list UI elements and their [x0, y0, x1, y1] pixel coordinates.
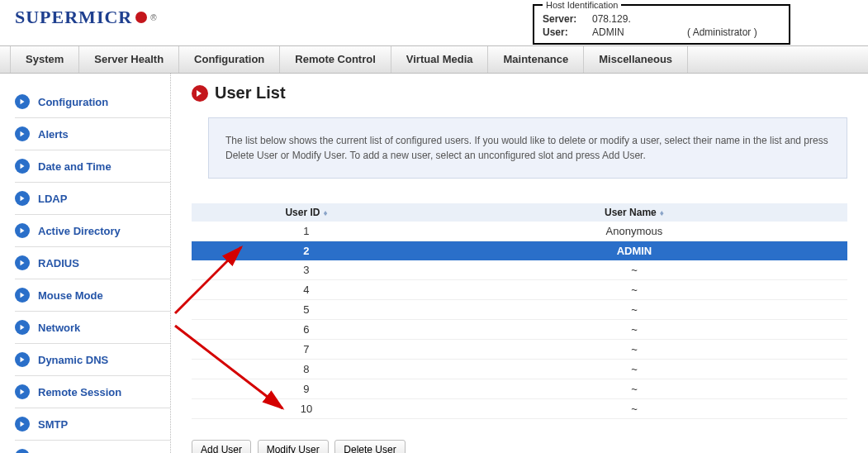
table-row[interactable]: 3~ — [192, 260, 847, 280]
sidebar-item-label: Mouse Mode — [38, 289, 103, 302]
nav-tab-configuration[interactable]: Configuration — [179, 46, 280, 73]
table-row[interactable]: 9~ — [192, 379, 847, 399]
brand-text: SUPERMICR — [15, 7, 132, 28]
sidebar: ConfigurationAlertsDate and TimeLDAPActi… — [0, 74, 171, 453]
sidebar-item-mouse-mode[interactable]: Mouse Mode — [15, 279, 170, 312]
arrow-right-icon — [15, 255, 30, 270]
page-title: User List — [215, 83, 286, 103]
host-server-value: 078.129. — [592, 13, 687, 25]
brand-dot-icon — [135, 12, 147, 23]
cell-user-name: ADMIN — [421, 241, 847, 261]
cell-user-id: 1 — [192, 222, 421, 241]
add-user-button[interactable]: Add User — [192, 440, 251, 453]
sidebar-item-alerts[interactable]: Alerts — [15, 118, 170, 150]
page-title-arrow-icon — [192, 85, 208, 102]
nav-tab-server-health[interactable]: Server Health — [79, 46, 179, 73]
host-server-label: Server: — [543, 13, 592, 25]
cell-user-id: 10 — [192, 399, 421, 419]
arrow-right-icon — [15, 94, 30, 109]
cell-user-id: 8 — [192, 360, 421, 379]
sidebar-item-configuration[interactable]: Configuration — [15, 86, 170, 118]
nav-tab-remote-control[interactable]: Remote Control — [280, 46, 391, 73]
modify-user-button[interactable]: Modify User — [258, 440, 329, 453]
cell-user-name: Anonymous — [421, 222, 847, 241]
main-content: User List The list below shows the curre… — [171, 74, 868, 453]
cell-user-name: ~ — [421, 260, 847, 280]
arrow-right-icon — [15, 223, 30, 238]
arrow-right-icon — [15, 320, 30, 335]
cell-user-name: ~ — [421, 379, 847, 399]
arrow-right-icon — [15, 159, 30, 174]
sidebar-item-ssl-certification[interactable]: SSL Certification — [15, 441, 170, 453]
table-row[interactable]: 10~ — [192, 399, 847, 419]
cell-user-name: ~ — [421, 320, 847, 340]
sidebar-item-active-directory[interactable]: Active Directory — [15, 215, 170, 247]
arrow-right-icon — [15, 417, 30, 432]
cell-user-id: 2 — [192, 241, 421, 261]
cell-user-id: 7 — [192, 340, 421, 360]
table-row[interactable]: 6~ — [192, 320, 847, 340]
col-user-id[interactable]: User ID♦ — [192, 203, 421, 222]
sidebar-item-ldap[interactable]: LDAP — [15, 183, 170, 215]
sidebar-item-dynamic-dns[interactable]: Dynamic DNS — [15, 344, 170, 376]
arrow-right-icon — [15, 288, 30, 303]
info-box: The list below shows the current list of… — [208, 117, 847, 179]
cell-user-id: 9 — [192, 379, 421, 399]
host-legend: Host Identification — [543, 0, 621, 10]
sidebar-item-smtp[interactable]: SMTP — [15, 408, 170, 441]
registered-icon: ® — [150, 13, 156, 22]
col-user-name[interactable]: User Name♦ — [421, 203, 847, 222]
sidebar-item-label: Network — [38, 322, 80, 334]
cell-user-name: ~ — [421, 280, 847, 300]
nav-tab-virtual-media[interactable]: Virtual Media — [391, 46, 489, 73]
nav-tab-miscellaneous[interactable]: Miscellaneous — [584, 46, 688, 73]
sidebar-item-label: SMTP — [38, 418, 68, 431]
user-table: User ID♦ User Name♦ 1Anonymous2ADMIN3~4~… — [192, 203, 847, 419]
table-row[interactable]: 4~ — [192, 280, 847, 300]
cell-user-name: ~ — [421, 340, 847, 360]
cell-user-name: ~ — [421, 300, 847, 320]
table-row[interactable]: 8~ — [192, 360, 847, 379]
sidebar-item-date-and-time[interactable]: Date and Time — [15, 150, 170, 183]
sidebar-item-label: Date and Time — [38, 160, 111, 173]
sort-icon: ♦ — [323, 208, 327, 217]
brand-logo: SUPERMICR® — [15, 7, 157, 28]
host-identification-box: Host Identification Server: 078.129. Use… — [533, 0, 790, 45]
cell-user-id: 3 — [192, 260, 421, 280]
sidebar-item-label: Dynamic DNS — [38, 354, 108, 366]
host-user-label: User: — [543, 26, 592, 38]
nav-tab-system[interactable]: System — [10, 46, 79, 73]
arrow-right-icon — [15, 384, 30, 399]
arrow-right-icon — [15, 449, 30, 453]
delete-user-button[interactable]: Delete User — [334, 440, 405, 453]
sidebar-item-remote-session[interactable]: Remote Session — [15, 376, 170, 408]
sidebar-item-label: Active Directory — [38, 225, 121, 237]
sidebar-item-label: Remote Session — [38, 386, 121, 398]
cell-user-id: 4 — [192, 280, 421, 300]
arrow-right-icon — [15, 352, 30, 367]
sidebar-item-label: RADIUS — [38, 257, 79, 269]
cell-user-name: ~ — [421, 399, 847, 419]
sidebar-item-label: Configuration — [38, 96, 108, 108]
cell-user-name: ~ — [421, 360, 847, 379]
table-row[interactable]: 2ADMIN — [192, 241, 847, 261]
sidebar-item-label: Alerts — [38, 128, 69, 141]
host-user-value: ADMIN — [592, 26, 687, 38]
main-nav: SystemServer HealthConfigurationRemote C… — [0, 45, 868, 74]
sidebar-item-network[interactable]: Network — [15, 312, 170, 344]
sidebar-item-label: LDAP — [38, 193, 67, 205]
sidebar-item-label: SSL Certification — [38, 451, 125, 454]
sort-icon: ♦ — [660, 208, 664, 217]
table-row[interactable]: 5~ — [192, 300, 847, 320]
arrow-right-icon — [15, 191, 30, 206]
table-row[interactable]: 1Anonymous — [192, 222, 847, 241]
cell-user-id: 5 — [192, 300, 421, 320]
arrow-right-icon — [15, 126, 30, 141]
cell-user-id: 6 — [192, 320, 421, 340]
host-user-role: ( Administrator ) — [687, 26, 770, 38]
table-row[interactable]: 7~ — [192, 340, 847, 360]
sidebar-item-radius[interactable]: RADIUS — [15, 247, 170, 279]
nav-tab-maintenance[interactable]: Maintenance — [488, 46, 584, 73]
